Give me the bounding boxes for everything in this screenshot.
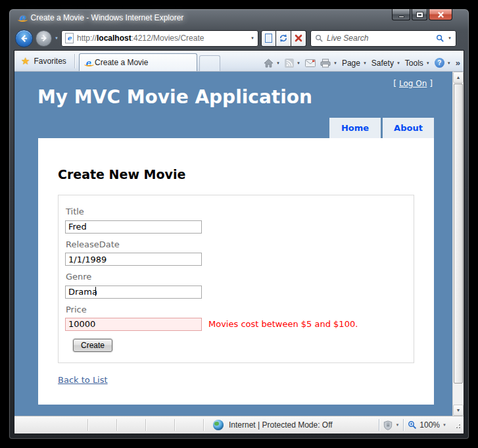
status-panes [14, 416, 204, 434]
safety-menu[interactable]: Safety ▼ [371, 59, 400, 68]
feeds-button[interactable]: ▼ [285, 59, 300, 68]
scroll-down-button[interactable]: ▼ [453, 405, 464, 416]
help-chevron-icon: ▼ [447, 61, 451, 65]
search-box[interactable]: ▼ [310, 30, 456, 47]
read-mail-button[interactable] [305, 59, 316, 67]
zoom-level: 100% [419, 420, 440, 430]
status-bar: Internet | Protected Mode: Off ▼ 100% ▼ [14, 416, 464, 434]
genre-label: Genre [66, 272, 407, 282]
new-tab-button[interactable] [199, 55, 220, 71]
releasedate-input[interactable] [65, 253, 202, 266]
help-menu[interactable]: ? ▼ [435, 58, 451, 68]
scroll-up-button[interactable]: ▲ [453, 72, 464, 83]
statusbar-right: ▼ 100% ▼ [379, 419, 464, 431]
search-options-chevron-icon[interactable]: ▼ [448, 36, 452, 40]
separator [74, 54, 75, 68]
favorites-button[interactable]: ★ Favorites [14, 53, 74, 70]
internet-zone-globe-icon [213, 420, 224, 430]
filter-chevron-icon: ▼ [395, 423, 399, 427]
home-button[interactable]: ▼ [264, 59, 280, 68]
client-area: ★ Favorites e Create a Movie ▼ ▼ [14, 50, 464, 434]
back-to-list-link[interactable]: Back to List [58, 375, 108, 385]
title-label: Title [66, 207, 407, 216]
create-button[interactable]: Create [73, 339, 112, 352]
stop-button[interactable] [291, 30, 306, 47]
tools-menu[interactable]: Tools ▼ [405, 59, 430, 68]
text-cursor [95, 287, 96, 296]
web-page: [Log On] My MVC Movie Application Home A… [14, 72, 452, 416]
forward-button[interactable] [36, 30, 52, 47]
refresh-icon [279, 34, 288, 43]
safety-chevron-icon: ▼ [396, 61, 400, 65]
zoom-control[interactable]: 100% ▼ [408, 420, 446, 430]
search-go-icon[interactable] [436, 34, 444, 43]
site-nav: Home About [329, 118, 434, 138]
logon-link[interactable]: Log On [399, 79, 427, 88]
help-icon: ? [435, 58, 444, 68]
address-bar[interactable]: e http://localhost:4212/Movies/Create ▼ [61, 30, 258, 47]
page-menu-label: Page [342, 59, 360, 68]
search-icon [315, 34, 323, 43]
close-icon [437, 11, 444, 18]
tools-menu-label: Tools [405, 59, 423, 68]
address-dropdown-icon[interactable]: ▼ [251, 36, 254, 40]
tab-bar: ★ Favorites e Create a Movie ▼ ▼ [14, 51, 464, 72]
nav-about-link[interactable]: About [383, 118, 434, 138]
print-chevron-icon[interactable]: ▼ [333, 61, 337, 65]
main-content: Create New Movie Title ReleaseDate Genre… [38, 138, 434, 405]
home-chevron-icon[interactable]: ▼ [276, 61, 280, 65]
safety-menu-label: Safety [371, 59, 394, 68]
releasedate-label: ReleaseDate [66, 239, 407, 249]
price-validation-error: Movies cost between $5 and $100. [208, 319, 358, 329]
recent-pages-chevron-icon[interactable]: ▼ [55, 36, 59, 40]
minimize-button[interactable] [392, 9, 410, 20]
nav-home-link[interactable]: Home [329, 118, 381, 138]
price-label: Price [66, 305, 407, 314]
page-favicon-icon: e [65, 33, 74, 43]
genre-input[interactable] [65, 286, 202, 299]
title-bar[interactable]: e Create a Movie - Windows Internet Expl… [14, 9, 464, 26]
browser-window: e Create a Movie - Windows Internet Expl… [9, 9, 469, 439]
title-input[interactable] [65, 220, 202, 234]
scroll-up-icon: ▲ [456, 75, 461, 80]
close-button[interactable] [429, 9, 452, 20]
resize-grip[interactable] [453, 421, 461, 429]
logon-area: [Log On] [393, 79, 433, 88]
scrollbar-track[interactable] [453, 384, 464, 405]
search-input[interactable] [327, 34, 433, 43]
page-menu[interactable]: Page ▼ [342, 59, 367, 68]
site-title: My MVC Movie Application [37, 86, 312, 108]
toolbar-overflow-icon[interactable]: » [456, 58, 460, 68]
address-buttons [261, 30, 306, 47]
zoom-chevron-icon: ▼ [442, 423, 446, 427]
back-arrow-icon [20, 34, 28, 43]
vertical-scrollbar[interactable]: ▲ ▼ [452, 72, 464, 416]
ie-logo-icon: e [19, 13, 26, 23]
shield-icon [383, 420, 393, 430]
stop-icon [295, 34, 302, 42]
feeds-chevron-icon[interactable]: ▼ [297, 61, 300, 65]
zone-status-text: Internet | Protected Mode: Off [229, 420, 333, 430]
mail-icon [305, 59, 316, 67]
window-controls [392, 9, 452, 20]
page-heading: Create New Movie [58, 167, 414, 182]
address-url[interactable]: http://localhost:4212/Movies/Create [77, 34, 247, 43]
page-chevron-icon: ▼ [363, 61, 367, 65]
command-bar: ▼ ▼ ▼ Page ▼ Safety [264, 58, 464, 68]
tab-favicon-icon: e [85, 58, 91, 68]
tab-create-a-movie[interactable]: e Create a Movie [79, 53, 197, 71]
print-button[interactable]: ▼ [320, 59, 337, 68]
price-input[interactable] [65, 318, 202, 331]
window-title: Create a Movie - Windows Internet Explor… [31, 13, 184, 22]
inprivate-filter-button[interactable]: ▼ [383, 420, 399, 430]
maximize-button[interactable] [412, 9, 427, 20]
back-button[interactable] [15, 30, 33, 47]
scrollbar-thumb[interactable] [454, 84, 463, 384]
movie-form: Title ReleaseDate Genre Price Movies cos… [58, 195, 414, 363]
separator [379, 419, 379, 431]
compatibility-icon [265, 34, 272, 43]
scroll-down-icon: ▼ [456, 408, 461, 412]
compatibility-view-button[interactable] [261, 30, 276, 47]
maximize-icon [417, 12, 423, 17]
refresh-button[interactable] [276, 30, 291, 47]
